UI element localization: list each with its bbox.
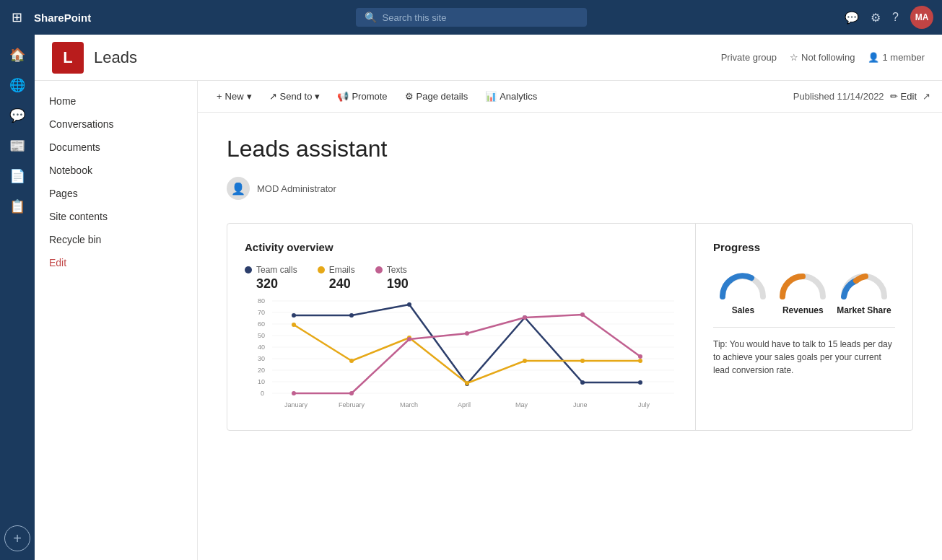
edit-button[interactable]: ✏ Edit <box>890 91 917 102</box>
help-icon[interactable]: ? <box>892 11 899 24</box>
site-title: Leads <box>94 48 137 67</box>
send-chevron-icon: ▾ <box>315 91 320 102</box>
svg-point-39 <box>292 391 296 395</box>
svg-text:10: 10 <box>258 378 265 385</box>
svg-point-25 <box>292 313 296 318</box>
svg-text:February: February <box>339 401 365 408</box>
svg-point-38 <box>638 359 642 363</box>
chat-icon[interactable]: 💬 <box>845 11 859 25</box>
published-label: Published 11/14/2022 <box>793 91 884 102</box>
activity-card: Activity overview Team calls 320 Emails <box>227 224 696 430</box>
globe-icon[interactable]: 🌐 <box>4 72 30 98</box>
nav-pages[interactable]: Pages <box>35 182 197 205</box>
author-avatar: 👤 <box>227 177 250 200</box>
gauge-row: Sales Revenues <box>713 271 895 315</box>
star-icon: ☆ <box>790 52 798 63</box>
activity-title: Activity overview <box>245 241 678 253</box>
settings-icon[interactable]: ⚙ <box>871 11 881 25</box>
site-header: L Leads Private group ☆ Not following 👤 … <box>35 35 942 81</box>
new-chevron-icon: ▾ <box>247 91 252 102</box>
analytics-button[interactable]: 📊 Analytics <box>478 87 544 105</box>
nav-home[interactable]: Home <box>35 89 197 113</box>
search-input[interactable] <box>383 12 578 23</box>
emails-value: 240 <box>318 276 351 292</box>
edit-icon: ✏ <box>890 91 898 102</box>
top-nav-right: 💬 ⚙ ? MA <box>845 6 933 29</box>
left-icon-bar: 🏠 🌐 💬 📰 📄 📋 + <box>0 35 35 560</box>
top-nav: ⊞ SharePoint 🔍 💬 ⚙ ? MA <box>0 0 942 35</box>
author-row: 👤 MOD Administrator <box>227 177 913 200</box>
new-button[interactable]: + New ▾ <box>209 87 259 105</box>
table-icon[interactable]: 📋 <box>4 193 30 219</box>
gauge-market-share: Market Share <box>837 271 891 315</box>
texts-label: Texts <box>387 265 407 275</box>
toolbar-right: Published 11/14/2022 ✏ Edit ↗ <box>793 91 930 102</box>
emails-label: Emails <box>329 265 355 275</box>
expand-icon[interactable]: ↗ <box>923 91 930 102</box>
revenues-label: Revenues <box>782 305 824 315</box>
not-following-btn[interactable]: ☆ Not following <box>790 52 855 63</box>
legend-row: Team calls 320 Emails 240 <box>245 265 678 292</box>
svg-point-42 <box>465 331 469 336</box>
texts-value: 190 <box>375 276 409 292</box>
brand-label: SharePoint <box>34 12 91 24</box>
team-calls-value: 320 <box>245 276 278 292</box>
left-nav: Home Conversations Documents Notebook Pa… <box>35 81 198 560</box>
members-info: 👤 1 member <box>868 52 925 63</box>
svg-point-31 <box>638 380 642 385</box>
svg-text:80: 80 <box>258 297 265 305</box>
members-label: 1 member <box>882 52 925 63</box>
nav-edit[interactable]: Edit <box>35 251 197 274</box>
svg-point-35 <box>465 381 469 385</box>
svg-point-33 <box>349 359 354 363</box>
dashboard-row: Activity overview Team calls 320 Emails <box>227 223 913 431</box>
gauge-revenues: Revenues <box>777 271 829 315</box>
person-icon: 👤 <box>868 52 879 63</box>
private-group-label: Private group <box>721 52 777 63</box>
nav-notebook[interactable]: Notebook <box>35 159 197 182</box>
svg-point-37 <box>580 359 585 363</box>
svg-text:May: May <box>515 401 528 408</box>
doc-icon[interactable]: 📄 <box>4 163 30 189</box>
user-avatar[interactable]: MA <box>910 6 933 29</box>
svg-point-41 <box>407 337 411 341</box>
texts-dot <box>375 266 383 274</box>
svg-text:March: March <box>400 401 418 408</box>
nav-conversations[interactable]: Conversations <box>35 113 197 136</box>
chat-sidebar-icon[interactable]: 💬 <box>4 102 30 128</box>
svg-point-45 <box>638 354 642 359</box>
site-logo: L <box>52 42 84 74</box>
svg-text:January: January <box>284 401 308 408</box>
svg-point-44 <box>580 312 585 317</box>
emails-dot <box>318 266 325 274</box>
add-icon[interactable]: + <box>4 525 30 551</box>
news-icon[interactable]: 📰 <box>4 133 30 159</box>
home-icon[interactable]: 🏠 <box>4 42 30 68</box>
page-details-button[interactable]: ⚙ Page details <box>398 87 476 105</box>
plus-icon: + <box>217 91 222 102</box>
svg-text:40: 40 <box>258 344 265 351</box>
nav-recycle-bin[interactable]: Recycle bin <box>35 228 197 251</box>
send-to-button[interactable]: ↗ Send to ▾ <box>262 87 328 105</box>
nav-documents[interactable]: Documents <box>35 136 197 159</box>
progress-card: Progress Sales <box>696 224 912 430</box>
svg-point-30 <box>580 380 585 385</box>
waffle-icon[interactable]: ⊞ <box>9 6 25 28</box>
analytics-icon: 📊 <box>485 91 497 102</box>
promote-button[interactable]: 📢 Promote <box>330 87 394 105</box>
page-area: Leads assistant 👤 MOD Administrator Acti… <box>198 113 942 560</box>
svg-point-43 <box>523 315 527 320</box>
revenues-gauge-svg <box>777 271 829 301</box>
team-calls-label: Team calls <box>256 265 297 275</box>
nav-site-contents[interactable]: Site contents <box>35 205 197 228</box>
market-share-gauge-svg <box>838 271 890 301</box>
not-following-label: Not following <box>801 52 855 63</box>
main-content: + New ▾ ↗ Send to ▾ 📢 Promote ⚙ Page det… <box>198 81 942 560</box>
svg-text:April: April <box>458 401 471 408</box>
site-header-right: Private group ☆ Not following 👤 1 member <box>721 52 925 63</box>
legend-emails: Emails 240 <box>318 265 355 292</box>
search-box: 🔍 <box>356 8 587 27</box>
toolbar: + New ▾ ↗ Send to ▾ 📢 Promote ⚙ Page det… <box>198 81 942 113</box>
svg-point-32 <box>292 323 296 327</box>
author-name: MOD Administrator <box>257 183 336 194</box>
